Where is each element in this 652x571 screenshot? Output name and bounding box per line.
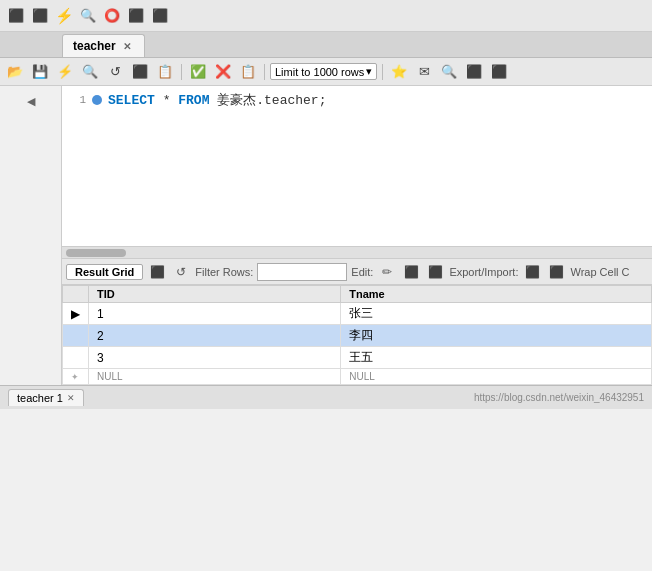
separator-3 — [382, 64, 383, 80]
cell-tname-2: 李四 — [341, 325, 652, 347]
horizontal-scrollbar[interactable] — [62, 246, 652, 258]
table-row[interactable]: ▶ 1 张三 — [63, 303, 652, 325]
editor-content: 1 SELECT * FROM 姜豪杰.teacher; — [62, 86, 652, 246]
cell-tid-new: NULL — [89, 369, 341, 385]
keyword-select: SELECT — [108, 93, 155, 108]
cell-tname-1: 张三 — [341, 303, 652, 325]
separator-1 — [181, 64, 182, 80]
grid-icon[interactable]: ⬛ — [147, 262, 167, 282]
code-space: * — [163, 93, 179, 108]
status-tab-close[interactable]: ✕ — [67, 393, 75, 403]
main-layout: ◀ 1 SELECT * FROM 姜豪杰.teacher; — [0, 86, 652, 385]
separator-2 — [264, 64, 265, 80]
tab-close-button[interactable]: ✕ — [120, 39, 134, 53]
status-tab-label: teacher 1 — [17, 392, 63, 404]
col-tname: Tname — [341, 286, 652, 303]
code-text-1: SELECT * FROM 姜豪杰.teacher; — [108, 91, 326, 109]
misc-icon[interactable]: 📋 — [237, 61, 259, 83]
limit-label: Limit to 1000 rows — [275, 66, 364, 78]
chevron-down-icon: ▾ — [366, 65, 372, 78]
row-arrow-1: ▶ — [63, 303, 89, 325]
cell-tid-1: 1 — [89, 303, 341, 325]
status-tab-teacher[interactable]: teacher 1 ✕ — [8, 389, 84, 406]
data-table: TID Tname ▶ 1 张三 2 李四 — [62, 285, 652, 385]
find-icon[interactable]: 🔍 — [79, 61, 101, 83]
scroll-thumb[interactable] — [66, 249, 126, 257]
table-row[interactable]: 3 王五 — [63, 347, 652, 369]
table-header-row: TID Tname — [63, 286, 652, 303]
status-url: https://blog.csdn.net/weixin_46432951 — [474, 392, 644, 403]
star-icon[interactable]: ⭐ — [388, 61, 410, 83]
cancel-icon[interactable]: ❌ — [212, 61, 234, 83]
row-arrow-3 — [63, 347, 89, 369]
cell-tid-3: 3 — [89, 347, 341, 369]
wrap-icon[interactable]: ⬛ — [488, 61, 510, 83]
open-file-icon[interactable]: 📂 — [4, 61, 26, 83]
toolbar-icon-3[interactable]: ⚡ — [54, 6, 74, 26]
filter-label: Filter Rows: — [195, 266, 253, 278]
editor-toolbar: 📂 💾 ⚡ 🔍 ↺ ⬛ 📋 ✅ ❌ 📋 Limit to 1000 rows ▾… — [0, 58, 652, 86]
table-new-row[interactable]: ✦ NULL NULL — [63, 369, 652, 385]
result-toolbar: Result Grid ⬛ ↺ Filter Rows: Edit: ✏ ⬛ ⬛… — [62, 259, 652, 285]
tab-bar: teacher ✕ — [0, 32, 652, 58]
toolbar-icon-5[interactable]: ⭕ — [102, 6, 122, 26]
edit-label: Edit: — [351, 266, 373, 278]
search2-icon[interactable]: 🔍 — [438, 61, 460, 83]
limit-rows-select[interactable]: Limit to 1000 rows ▾ — [270, 63, 377, 80]
paste-icon[interactable]: 📋 — [154, 61, 176, 83]
columns-icon[interactable]: ⬛ — [463, 61, 485, 83]
result-grid-tab[interactable]: Result Grid — [66, 264, 143, 280]
cell-tname-3: 王五 — [341, 347, 652, 369]
result-grid: TID Tname ▶ 1 张三 2 李四 — [62, 285, 652, 385]
tab-label: teacher — [73, 39, 116, 53]
toolbar-icon-7[interactable]: ⬛ — [150, 6, 170, 26]
check-icon[interactable]: ✅ — [187, 61, 209, 83]
keyword-from: FROM — [178, 93, 209, 108]
result-panel: Result Grid ⬛ ↺ Filter Rows: Edit: ✏ ⬛ ⬛… — [62, 258, 652, 385]
tab-teacher[interactable]: teacher ✕ — [62, 34, 145, 57]
execute-icon[interactable]: ⚡ — [54, 61, 76, 83]
toolbar-icon-6[interactable]: ⬛ — [126, 6, 146, 26]
email-icon[interactable]: ✉ — [413, 61, 435, 83]
status-bar: teacher 1 ✕ https://blog.csdn.net/weixin… — [0, 385, 652, 409]
code-line-1: 1 SELECT * FROM 姜豪杰.teacher; — [62, 90, 652, 110]
line-number-1: 1 — [62, 94, 92, 106]
result-grid-label: Result Grid — [75, 266, 134, 278]
export-icon-1[interactable]: ⬛ — [522, 262, 542, 282]
row-arrow-2 — [63, 325, 89, 347]
edit-icon-2[interactable]: ⬛ — [401, 262, 421, 282]
wrap-label: Wrap Cell C — [570, 266, 629, 278]
cell-tid-2: 2 — [89, 325, 341, 347]
refresh-result-icon[interactable]: ↺ — [171, 262, 191, 282]
export-label: Export/Import: — [449, 266, 518, 278]
top-toolbar: ⬛ ⬛ ⚡ 🔍 ⭕ ⬛ ⬛ — [0, 0, 652, 32]
edit-icon-1[interactable]: ✏ — [377, 262, 397, 282]
left-sidebar: ◀ — [0, 86, 62, 385]
new-row-indicator: ✦ — [63, 369, 89, 385]
table-row[interactable]: 2 李四 — [63, 325, 652, 347]
refresh-icon[interactable]: ↺ — [104, 61, 126, 83]
export-icon-2[interactable]: ⬛ — [546, 262, 566, 282]
sidebar-nav-icon[interactable]: ◀ — [16, 88, 46, 114]
filter-input[interactable] — [257, 263, 347, 281]
toolbar-icon-1[interactable]: ⬛ — [6, 6, 26, 26]
stop-icon[interactable]: ⬛ — [129, 61, 151, 83]
code-editor[interactable]: 1 SELECT * FROM 姜豪杰.teacher; — [62, 86, 652, 246]
cell-tname-new: NULL — [341, 369, 652, 385]
code-table-ref: 姜豪杰.teacher; — [217, 93, 326, 108]
toolbar-icon-2[interactable]: ⬛ — [30, 6, 50, 26]
line-dot-1 — [92, 95, 102, 105]
col-tid: TID — [89, 286, 341, 303]
col-indicator — [63, 286, 89, 303]
edit-icon-3[interactable]: ⬛ — [425, 262, 445, 282]
save-icon[interactable]: 💾 — [29, 61, 51, 83]
toolbar-icon-4[interactable]: 🔍 — [78, 6, 98, 26]
